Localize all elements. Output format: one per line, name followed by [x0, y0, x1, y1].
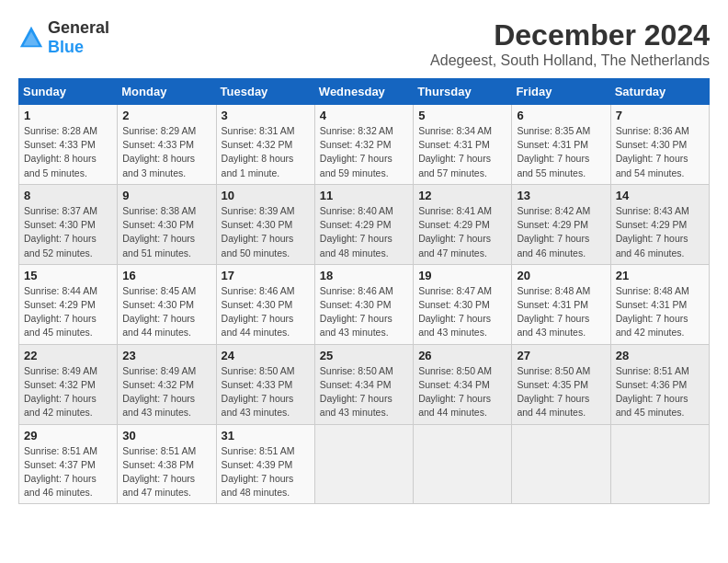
- day-info: Sunrise: 8:51 AMSunset: 4:36 PMDaylight:…: [616, 364, 704, 420]
- calendar-cell: 16Sunrise: 8:45 AMSunset: 4:30 PMDayligh…: [118, 264, 216, 344]
- day-number: 30: [122, 429, 210, 442]
- day-info: Sunrise: 8:49 AMSunset: 4:32 PMDaylight:…: [24, 364, 112, 420]
- calendar-cell: 21Sunrise: 8:48 AMSunset: 4:31 PMDayligh…: [610, 264, 709, 344]
- day-info: Sunrise: 8:48 AMSunset: 4:31 PMDaylight:…: [616, 284, 704, 340]
- day-of-week-sunday: Sunday: [19, 79, 118, 105]
- calendar-cell: [512, 424, 610, 504]
- calendar-cell: 29Sunrise: 8:51 AMSunset: 4:37 PMDayligh…: [19, 424, 118, 504]
- calendar-table: SundayMondayTuesdayWednesdayThursdayFrid…: [18, 78, 710, 504]
- day-of-week-thursday: Thursday: [414, 79, 512, 105]
- logo-text: General Blue: [48, 18, 109, 57]
- day-number: 2: [122, 109, 210, 122]
- week-row-3: 15Sunrise: 8:44 AMSunset: 4:29 PMDayligh…: [19, 264, 710, 344]
- day-number: 6: [517, 109, 605, 122]
- day-info: Sunrise: 8:49 AMSunset: 4:32 PMDaylight:…: [122, 364, 210, 420]
- calendar-body: 1Sunrise: 8:28 AMSunset: 4:33 PMDaylight…: [19, 105, 710, 504]
- calendar-cell: 13Sunrise: 8:42 AMSunset: 4:29 PMDayligh…: [512, 184, 610, 264]
- day-number: 17: [222, 269, 310, 282]
- day-info: Sunrise: 8:50 AMSunset: 4:34 PMDaylight:…: [320, 364, 408, 420]
- calendar-cell: 24Sunrise: 8:50 AMSunset: 4:33 PMDayligh…: [216, 344, 314, 424]
- day-info: Sunrise: 8:46 AMSunset: 4:30 PMDaylight:…: [222, 284, 310, 340]
- week-row-2: 8Sunrise: 8:37 AMSunset: 4:30 PMDaylight…: [19, 184, 710, 264]
- day-number: 9: [122, 189, 210, 202]
- calendar-cell: 14Sunrise: 8:43 AMSunset: 4:29 PMDayligh…: [610, 184, 709, 264]
- day-number: 5: [418, 109, 506, 122]
- day-info: Sunrise: 8:47 AMSunset: 4:30 PMDaylight:…: [418, 284, 506, 340]
- day-info: Sunrise: 8:41 AMSunset: 4:29 PMDaylight:…: [418, 204, 506, 260]
- page-subtitle: Adegeest, South Holland, The Netherlands: [430, 52, 710, 69]
- day-info: Sunrise: 8:37 AMSunset: 4:30 PMDaylight:…: [24, 204, 112, 260]
- calendar-cell: [314, 424, 413, 504]
- day-info: Sunrise: 8:50 AMSunset: 4:35 PMDaylight:…: [517, 364, 605, 420]
- day-number: 13: [517, 189, 605, 202]
- day-number: 20: [517, 269, 605, 282]
- day-info: Sunrise: 8:31 AMSunset: 4:32 PMDaylight:…: [222, 124, 310, 180]
- generalblue-icon: [18, 25, 44, 51]
- day-number: 12: [418, 189, 506, 202]
- day-number: 15: [24, 269, 112, 282]
- calendar-cell: 3Sunrise: 8:31 AMSunset: 4:32 PMDaylight…: [216, 105, 314, 185]
- day-of-week-friday: Friday: [512, 79, 610, 105]
- day-info: Sunrise: 8:51 AMSunset: 4:38 PMDaylight:…: [122, 444, 210, 500]
- calendar-cell: 2Sunrise: 8:29 AMSunset: 4:33 PMDaylight…: [118, 105, 216, 185]
- day-of-week-tuesday: Tuesday: [216, 79, 314, 105]
- day-number: 22: [24, 349, 112, 362]
- calendar-cell: 25Sunrise: 8:50 AMSunset: 4:34 PMDayligh…: [314, 344, 413, 424]
- calendar-cell: 22Sunrise: 8:49 AMSunset: 4:32 PMDayligh…: [19, 344, 118, 424]
- day-number: 23: [122, 349, 210, 362]
- day-number: 8: [24, 189, 112, 202]
- calendar-header: SundayMondayTuesdayWednesdayThursdayFrid…: [19, 79, 710, 105]
- day-number: 16: [122, 269, 210, 282]
- day-number: 10: [222, 189, 310, 202]
- week-row-4: 22Sunrise: 8:49 AMSunset: 4:32 PMDayligh…: [19, 344, 710, 424]
- day-of-week-monday: Monday: [118, 79, 216, 105]
- day-info: Sunrise: 8:40 AMSunset: 4:29 PMDaylight:…: [320, 204, 408, 260]
- day-number: 24: [222, 349, 310, 362]
- days-of-week-row: SundayMondayTuesdayWednesdayThursdayFrid…: [19, 79, 710, 105]
- calendar-cell: 31Sunrise: 8:51 AMSunset: 4:39 PMDayligh…: [216, 424, 314, 504]
- day-info: Sunrise: 8:36 AMSunset: 4:30 PMDaylight:…: [616, 124, 704, 180]
- day-number: 14: [616, 189, 704, 202]
- day-number: 3: [222, 109, 310, 122]
- calendar-cell: 8Sunrise: 8:37 AMSunset: 4:30 PMDaylight…: [19, 184, 118, 264]
- calendar-cell: 7Sunrise: 8:36 AMSunset: 4:30 PMDaylight…: [610, 105, 709, 185]
- logo-general: General: [48, 18, 109, 37]
- day-number: 1: [24, 109, 112, 122]
- calendar-cell: 23Sunrise: 8:49 AMSunset: 4:32 PMDayligh…: [118, 344, 216, 424]
- day-info: Sunrise: 8:35 AMSunset: 4:31 PMDaylight:…: [517, 124, 605, 180]
- calendar-cell: 9Sunrise: 8:38 AMSunset: 4:30 PMDaylight…: [118, 184, 216, 264]
- day-info: Sunrise: 8:44 AMSunset: 4:29 PMDaylight:…: [24, 284, 112, 340]
- calendar-cell: 5Sunrise: 8:34 AMSunset: 4:31 PMDaylight…: [414, 105, 512, 185]
- day-number: 18: [320, 269, 408, 282]
- day-info: Sunrise: 8:43 AMSunset: 4:29 PMDaylight:…: [616, 204, 704, 260]
- day-info: Sunrise: 8:51 AMSunset: 4:39 PMDaylight:…: [222, 444, 310, 500]
- week-row-5: 29Sunrise: 8:51 AMSunset: 4:37 PMDayligh…: [19, 424, 710, 504]
- day-info: Sunrise: 8:29 AMSunset: 4:33 PMDaylight:…: [122, 124, 210, 180]
- day-info: Sunrise: 8:50 AMSunset: 4:34 PMDaylight:…: [418, 364, 506, 420]
- day-info: Sunrise: 8:51 AMSunset: 4:37 PMDaylight:…: [24, 444, 112, 500]
- day-number: 4: [320, 109, 408, 122]
- calendar-cell: 20Sunrise: 8:48 AMSunset: 4:31 PMDayligh…: [512, 264, 610, 344]
- calendar-cell: [610, 424, 709, 504]
- calendar-cell: 26Sunrise: 8:50 AMSunset: 4:34 PMDayligh…: [414, 344, 512, 424]
- calendar-cell: 4Sunrise: 8:32 AMSunset: 4:32 PMDaylight…: [314, 105, 413, 185]
- calendar-cell: 19Sunrise: 8:47 AMSunset: 4:30 PMDayligh…: [414, 264, 512, 344]
- day-number: 7: [616, 109, 704, 122]
- day-number: 28: [616, 349, 704, 362]
- calendar-cell: 11Sunrise: 8:40 AMSunset: 4:29 PMDayligh…: [314, 184, 413, 264]
- calendar-cell: 15Sunrise: 8:44 AMSunset: 4:29 PMDayligh…: [19, 264, 118, 344]
- day-number: 25: [320, 349, 408, 362]
- page-header: General Blue December 2024 Adegeest, Sou…: [18, 18, 710, 69]
- day-info: Sunrise: 8:32 AMSunset: 4:32 PMDaylight:…: [320, 124, 408, 180]
- logo: General Blue: [18, 18, 109, 57]
- day-number: 21: [616, 269, 704, 282]
- day-info: Sunrise: 8:48 AMSunset: 4:31 PMDaylight:…: [517, 284, 605, 340]
- day-number: 31: [222, 429, 310, 442]
- calendar-cell: 17Sunrise: 8:46 AMSunset: 4:30 PMDayligh…: [216, 264, 314, 344]
- day-info: Sunrise: 8:28 AMSunset: 4:33 PMDaylight:…: [24, 124, 112, 180]
- calendar-cell: 10Sunrise: 8:39 AMSunset: 4:30 PMDayligh…: [216, 184, 314, 264]
- calendar-cell: 18Sunrise: 8:46 AMSunset: 4:30 PMDayligh…: [314, 264, 413, 344]
- day-number: 11: [320, 189, 408, 202]
- day-of-week-wednesday: Wednesday: [314, 79, 413, 105]
- day-info: Sunrise: 8:46 AMSunset: 4:30 PMDaylight:…: [320, 284, 408, 340]
